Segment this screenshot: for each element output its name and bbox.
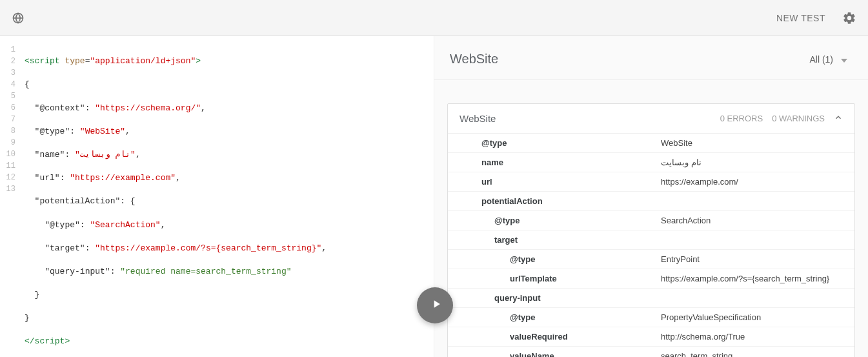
prop-value: WebSite xyxy=(654,134,854,153)
prop-value: PropertyValueSpecification xyxy=(654,308,854,327)
prop-value: search_term_string xyxy=(654,347,854,358)
table-row[interactable]: urlhttps://example.com/ xyxy=(448,172,854,192)
code-gutter: 12345678910111213 xyxy=(0,36,21,357)
table-row[interactable]: @typeSearchAction xyxy=(448,211,854,230)
prop-key: potentialAction xyxy=(448,192,654,211)
prop-key: target xyxy=(448,230,654,250)
new-test-button[interactable]: NEW TEST xyxy=(776,13,825,23)
filter-label: All (1) xyxy=(809,54,833,65)
prop-key: valueRequired xyxy=(448,327,654,347)
topbar: NEW TEST xyxy=(0,0,868,36)
properties-table: @typeWebSitenameنام وبسایتurlhttps://exa… xyxy=(448,134,854,357)
results-header: WebSite All (1) xyxy=(434,36,868,80)
prop-key: @type xyxy=(448,308,654,327)
prop-value: EntryPoint xyxy=(654,250,854,269)
code-editor-pane: 12345678910111213 <script type="applicat… xyxy=(0,36,434,357)
prop-key: @type xyxy=(448,250,654,269)
prop-key: name xyxy=(448,153,654,172)
table-row[interactable]: nameنام وبسایت xyxy=(448,153,854,172)
code-area[interactable]: <script type="application/ld+json"> { "@… xyxy=(21,36,327,357)
prop-key: valueName xyxy=(448,347,654,358)
warnings-count: 0 WARNINGS xyxy=(772,114,825,123)
topbar-right: NEW TEST xyxy=(776,11,856,25)
entity-header[interactable]: WebSite 0 ERRORS 0 WARNINGS xyxy=(448,104,854,134)
prop-value xyxy=(654,289,854,308)
prop-value: SearchAction xyxy=(654,211,854,230)
globe-icon xyxy=(12,12,25,25)
prop-key: urlTemplate xyxy=(448,269,654,289)
entity-meta: 0 ERRORS 0 WARNINGS xyxy=(720,113,843,124)
prop-key: @type xyxy=(448,134,654,153)
chevron-up-icon xyxy=(834,113,843,124)
table-row[interactable]: valueRequiredhttp://schema.org/True xyxy=(448,327,854,347)
topbar-left xyxy=(12,12,25,25)
table-row[interactable]: target xyxy=(448,230,854,250)
prop-value: https://example.com/?s={search_term_stri… xyxy=(654,269,854,289)
results-filter-dropdown[interactable]: All (1) xyxy=(809,54,847,65)
prop-key: query-input xyxy=(448,289,654,308)
code-attr: type xyxy=(60,56,85,66)
prop-value xyxy=(654,230,854,250)
table-row[interactable]: @typeEntryPoint xyxy=(448,250,854,269)
prop-key: @type xyxy=(448,211,654,230)
chevron-down-icon xyxy=(841,54,847,65)
prop-value: نام وبسایت xyxy=(654,153,854,172)
code-string: "application/ld+json" xyxy=(90,56,196,66)
prop-value: https://example.com/ xyxy=(654,172,854,192)
play-icon xyxy=(428,298,443,313)
run-test-button[interactable] xyxy=(417,287,453,323)
prop-value xyxy=(654,192,854,211)
code-tag: <script xyxy=(25,56,60,66)
gear-icon[interactable] xyxy=(842,11,856,25)
results-title: WebSite xyxy=(450,52,498,66)
prop-key: url xyxy=(448,172,654,192)
entity-card: WebSite 0 ERRORS 0 WARNINGS @typeWebSite… xyxy=(447,103,855,357)
table-row[interactable]: potentialAction xyxy=(448,192,854,211)
table-row[interactable]: @typeWebSite xyxy=(448,134,854,153)
table-row[interactable]: query-input xyxy=(448,289,854,308)
entity-name: WebSite xyxy=(459,113,496,124)
table-row[interactable]: urlTemplatehttps://example.com/?s={searc… xyxy=(448,269,854,289)
table-row[interactable]: @typePropertyValueSpecification xyxy=(448,308,854,327)
results-pane: WebSite All (1) WebSite 0 ERRORS 0 WARNI… xyxy=(434,36,868,357)
errors-count: 0 ERRORS xyxy=(720,114,763,123)
prop-value: http://schema.org/True xyxy=(654,327,854,347)
table-row[interactable]: valueNamesearch_term_string xyxy=(448,347,854,358)
